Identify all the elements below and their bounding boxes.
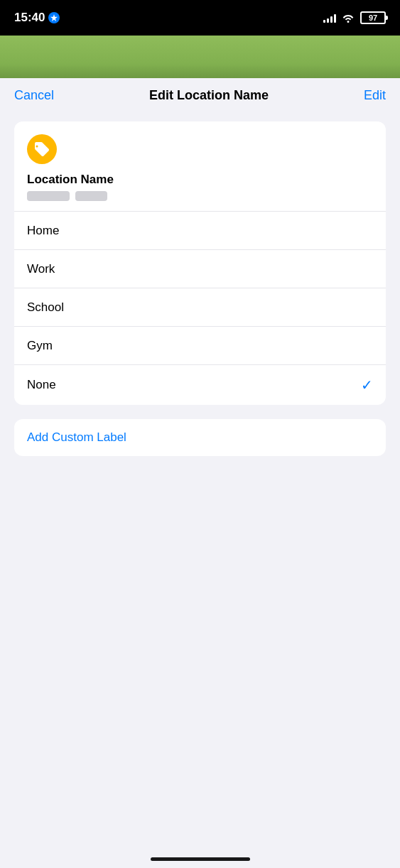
location-header: Location Name (14, 121, 386, 212)
main-card: Location Name HomeWorkSchoolGymNone✓ (14, 121, 386, 405)
add-custom-label-text: Add Custom Label (27, 430, 126, 444)
blur-block-1 (27, 191, 70, 201)
nav-bar: Cancel Edit Location Name Edit (0, 78, 400, 110)
wifi-icon (342, 13, 355, 23)
list-item-gym[interactable]: Gym (14, 327, 386, 365)
list-item-label-gym: Gym (27, 339, 53, 353)
time-display: 15:40 (14, 11, 45, 25)
list-item-home[interactable]: Home (14, 212, 386, 250)
list-item-label-home: Home (27, 224, 59, 238)
tag-icon (33, 141, 50, 158)
list-item-school[interactable]: School (14, 288, 386, 327)
battery-level: 97 (369, 13, 377, 22)
battery-indicator: 97 (360, 11, 386, 24)
location-options-list: HomeWorkSchoolGymNone✓ (14, 212, 386, 405)
location-name-label: Location Name (27, 173, 373, 187)
page-title: Edit Location Name (149, 88, 269, 103)
location-value-blurred (27, 191, 373, 201)
edit-button[interactable]: Edit (364, 88, 386, 103)
list-item-label-school: School (27, 300, 64, 315)
list-item-none[interactable]: None✓ (14, 365, 386, 405)
signal-bars (323, 13, 336, 23)
content-area: Location Name HomeWorkSchoolGymNone✓ Add… (0, 110, 400, 482)
list-item-label-none: None (27, 378, 56, 392)
location-icon-wrapper (27, 134, 57, 164)
add-custom-label-card[interactable]: Add Custom Label (14, 419, 386, 456)
cancel-button[interactable]: Cancel (14, 88, 54, 103)
home-indicator (151, 857, 250, 861)
checkmark-none: ✓ (361, 376, 373, 394)
list-item-work[interactable]: Work (14, 250, 386, 288)
map-preview (0, 36, 400, 78)
status-time: 15:40 (14, 11, 60, 25)
status-bar: 15:40 97 (0, 0, 400, 36)
location-active-icon (48, 12, 60, 23)
status-right: 97 (323, 11, 386, 24)
list-item-label-work: Work (27, 262, 55, 276)
blur-block-2 (75, 191, 107, 201)
